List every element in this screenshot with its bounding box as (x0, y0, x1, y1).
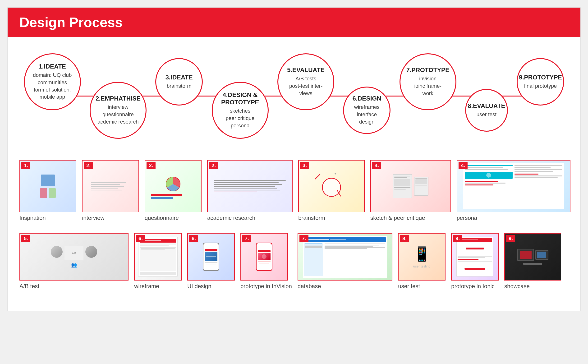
process-step-8: 8.EVALUATE user test (465, 89, 508, 132)
circle-5: 5.EVALUATE A/B testspost-test inter-view… (278, 53, 334, 110)
circle-3-sub: brainstorm (167, 83, 191, 90)
step-badge-6a: 6. (136, 235, 145, 242)
gallery-item-interview: 2. interview (82, 160, 139, 221)
gallery-item-showcase: 9. (504, 233, 561, 290)
circle-3: 3.IDEATE brainstorm (155, 58, 203, 105)
circle-2-sub: interviewquestionnaireacdemic research (97, 104, 139, 125)
circle-8: 8.EVALUATE user test (465, 89, 508, 132)
process-step-6: 6.DESIGN wireframesinterfacedesign (343, 87, 390, 134)
process-diagram: 1.IDEATE domain: UQ club communitiesform… (19, 46, 569, 146)
step-badge-3: 3. (300, 162, 309, 169)
gallery-item-abtest: 5. A/B 👥 (19, 233, 129, 290)
gallery-label-uidesign: UI design (187, 283, 211, 290)
gallery-label-prototype-invision: prototype in InVision (240, 283, 292, 290)
thumb-database: 7. (297, 233, 392, 280)
circle-4-label: 4.DESIGN &PROTOTYPE (221, 91, 259, 106)
thumb-prototype-ionic: 9. (451, 233, 499, 280)
mock-lines-interview (91, 182, 130, 190)
thumb-persona: 4. (457, 160, 570, 212)
process-step-7: 7.PROTOTYPE invisionioinc frame-work (400, 53, 456, 110)
thumb-usertest: 8. 📱 user testing (398, 233, 446, 280)
hand-phone-icon: 📱 (413, 246, 431, 262)
pie-chart-icon (161, 173, 185, 192)
circle-7-sub: invisionioinc frame-work (414, 75, 441, 97)
ionic-visual (456, 237, 494, 277)
gallery-item-usertest: 8. 📱 user testing user test (398, 233, 446, 290)
circle-9: 9.PROTOTYPE final prototype (517, 58, 564, 105)
database-visual (303, 236, 387, 278)
process-step-3: 3.IDEATE brainstorm (155, 58, 203, 105)
page: Design Process 1.IDEATE domain: UQ club … (0, 0, 588, 364)
gallery-label-usertest: user test (398, 283, 420, 290)
gallery-label-inspiration: Inspiration (19, 214, 46, 221)
circle-6-label: 6.DESIGN (353, 95, 381, 102)
step-badge-2b: 2. (147, 162, 155, 169)
page-header: Design Process (8, 8, 580, 37)
gallery-label-academic: academic research (207, 214, 255, 221)
gallery-label-showcase: showcase (504, 283, 530, 290)
usertest-label: user testing (413, 264, 430, 268)
circle-3-label: 3.IDEATE (166, 74, 193, 81)
thumb-content-sketch (371, 161, 451, 212)
thumb-content-persona (457, 161, 570, 212)
gallery-item-sketch: 4. (370, 160, 451, 221)
step-badge-9a: 9. (453, 235, 462, 242)
gallery-label-sketch: sketch & peer critique (370, 214, 425, 221)
gallery-label-database: database (297, 283, 321, 290)
phone-mockup-invision (256, 243, 272, 271)
gallery-label-persona: persona (457, 214, 477, 221)
process-step-4: 4.DESIGN &PROTOTYPE sketchespeer critiqu… (212, 82, 269, 139)
gallery-item-prototype-ionic: 9. (451, 233, 499, 290)
circle-2: 2.EMPHATHISE interviewquestionnaireacdem… (90, 82, 147, 139)
circle-9-label: 9.PROTOTYPE (519, 74, 562, 81)
step-badge-5: 5. (21, 235, 30, 242)
gallery-label-abtest: A/B test (19, 283, 39, 290)
gallery-item-brainstorm: 3. ✦ brainstorm (298, 160, 365, 221)
gallery-label-interview: interview (82, 214, 104, 221)
thumb-questionnaire: 2. (145, 160, 201, 212)
thumb-prototype-invision: 7. (240, 233, 288, 280)
brainstorm-visual: ✦ (315, 171, 348, 202)
gallery-item-persona: 4. (457, 160, 570, 221)
step-badge-2a: 2. (84, 162, 93, 169)
gallery-item-inspiration: 1. Inspiration (19, 160, 76, 221)
gallery-label-wireframe: wireframe (134, 283, 159, 290)
process-step-1: 1.IDEATE domain: UQ club communitiesform… (24, 53, 81, 110)
step-badge-2c: 2. (209, 162, 218, 169)
gallery-row-1: 1. Inspiration 2. (19, 160, 569, 221)
process-step-9: 9.PROTOTYPE final prototype (517, 58, 564, 105)
wireframe-visual (138, 237, 178, 277)
gallery-item-database: 7. (297, 233, 392, 290)
circle-7: 7.PROTOTYPE invisionioinc frame-work (400, 53, 456, 110)
abtest-visual: A/B (51, 246, 97, 260)
thumb-sketch: 4. (370, 160, 451, 212)
people-icon: 👥 (71, 262, 77, 268)
circle-5-sub: A/B testspost-test inter-views (289, 75, 323, 97)
thumb-abtest: 5. A/B 👥 (19, 233, 129, 280)
gallery-item-prototype-invision: 7. prototype in InV (240, 233, 292, 290)
gallery-row-2: 5. A/B 👥 (19, 233, 569, 290)
circle-4-sub: sketchespeer critiquepersona (226, 107, 254, 129)
step-badge-4a: 4. (372, 162, 381, 169)
main-card: Design Process 1.IDEATE domain: UQ club … (7, 7, 581, 311)
thumb-content-academic (208, 161, 292, 212)
persona-card (463, 163, 564, 209)
mock-lines-academic (214, 180, 286, 192)
gallery-item-questionnaire: 2. (145, 160, 201, 221)
thumb-brainstorm: 3. ✦ (298, 160, 365, 212)
thumb-showcase: 9. (504, 233, 561, 280)
gallery-label-brainstorm: brainstorm (298, 214, 325, 221)
circle-7-label: 7.PROTOTYPE (406, 66, 450, 74)
gallery-label-prototype-ionic: prototype in Ionic (451, 283, 495, 290)
thumb-wireframe: 6. (134, 233, 182, 280)
page-title: Design Process (19, 14, 569, 30)
step-badge-4b: 4. (459, 162, 468, 169)
step-badge-1: 1. (21, 162, 30, 169)
circle-5-label: 5.EVALUATE (287, 66, 325, 74)
step-badge-8: 8. (400, 235, 409, 242)
sketch-visual (393, 174, 428, 198)
step-badge-7a: 7. (242, 235, 251, 242)
step-badge-7b: 7. (299, 235, 309, 242)
circle-9-sub: final prototype (524, 83, 557, 90)
circle-1-sub: domain: UQ club communitiesform of solut… (28, 72, 76, 101)
